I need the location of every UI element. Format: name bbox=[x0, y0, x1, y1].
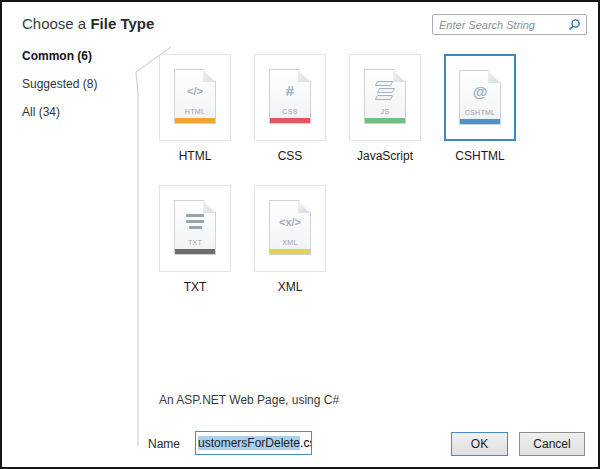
sidebar-item-common[interactable]: Common (6) bbox=[22, 49, 132, 63]
page-fold-corner-icon bbox=[203, 201, 215, 213]
file-color-stripe bbox=[270, 118, 310, 123]
ok-button[interactable]: OK bbox=[451, 432, 508, 456]
file-type-description: An ASP.NET Web Page, using C# bbox=[159, 393, 339, 407]
page-title-emphasis: File Type bbox=[90, 15, 154, 32]
sidebar-item-suggested[interactable]: Suggested (8) bbox=[22, 77, 132, 91]
file-glyph-icon: </> bbox=[175, 70, 215, 108]
file-icon-text: XML bbox=[270, 239, 310, 246]
file-type-label: JavaScript bbox=[357, 149, 413, 163]
file-glyph-icon: <x/> bbox=[270, 201, 310, 239]
file-type-tile-xml[interactable]: <x/> XML bbox=[254, 185, 326, 272]
name-extension-text: .cshtml bbox=[300, 436, 312, 450]
file-type-cell: TXT TXT bbox=[159, 185, 231, 294]
cancel-button[interactable]: Cancel bbox=[519, 432, 585, 456]
file-type-label: XML bbox=[278, 280, 303, 294]
page-title: Choose a File Type bbox=[22, 15, 154, 32]
file-type-label: TXT bbox=[184, 280, 207, 294]
file-icon-text: CSS bbox=[270, 108, 310, 115]
sidebar-item-all[interactable]: All (34) bbox=[22, 105, 132, 119]
file-type-grid: </> HTML HTML # CSS CSS JS J bbox=[159, 54, 543, 294]
name-selected-text: ustomersForDelete bbox=[198, 436, 300, 450]
file-page-icon: JS bbox=[364, 69, 406, 124]
file-type-cell: # CSS CSS bbox=[254, 54, 326, 163]
file-type-tile-cshtml[interactable]: @ CSHTML bbox=[444, 54, 516, 141]
file-type-label: HTML bbox=[179, 149, 212, 163]
file-color-stripe bbox=[270, 249, 310, 254]
file-color-stripe bbox=[175, 249, 215, 254]
file-type-tile-txt[interactable]: TXT bbox=[159, 185, 231, 272]
file-type-cell: <x/> XML XML bbox=[254, 185, 326, 294]
file-type-tile-javascript[interactable]: JS bbox=[349, 54, 421, 141]
file-color-stripe bbox=[175, 118, 215, 123]
file-page-icon: TXT bbox=[174, 200, 216, 255]
search-input[interactable] bbox=[433, 19, 568, 31]
name-field-label: Name bbox=[148, 437, 180, 451]
file-color-stripe bbox=[365, 118, 405, 123]
file-icon-text: CSHTML bbox=[460, 109, 500, 116]
search-icon[interactable] bbox=[568, 18, 581, 31]
file-type-label: CSS bbox=[278, 149, 303, 163]
file-glyph-icon: # bbox=[270, 70, 310, 108]
file-page-icon: @ CSHTML bbox=[459, 70, 501, 125]
choose-file-type-dialog: Choose a File Type Common (6) Suggested … bbox=[0, 0, 600, 469]
page-fold-corner-icon bbox=[203, 70, 215, 82]
file-icon-text: JS bbox=[365, 108, 405, 115]
file-glyph-icon: @ bbox=[460, 71, 500, 109]
file-type-tile-css[interactable]: # CSS bbox=[254, 54, 326, 141]
page-title-prefix: Choose a bbox=[22, 15, 86, 32]
file-icon-text: TXT bbox=[175, 239, 215, 246]
file-icon-text: HTML bbox=[175, 108, 215, 115]
file-type-label: CSHTML bbox=[455, 149, 504, 163]
file-type-cell: JS JavaScript bbox=[349, 54, 421, 163]
file-glyph-icon bbox=[175, 201, 215, 239]
search-box[interactable] bbox=[432, 14, 587, 35]
file-page-icon: # CSS bbox=[269, 69, 311, 124]
file-glyph-icon bbox=[365, 70, 405, 108]
name-input[interactable]: ustomersForDelete.cshtml bbox=[195, 431, 312, 455]
file-type-cell: </> HTML HTML bbox=[159, 54, 231, 163]
file-page-icon: </> HTML bbox=[174, 69, 216, 124]
file-type-tile-html[interactable]: </> HTML bbox=[159, 54, 231, 141]
category-sidebar: Common (6) Suggested (8) All (34) bbox=[22, 49, 132, 133]
file-page-icon: <x/> XML bbox=[269, 200, 311, 255]
file-type-cell: @ CSHTML CSHTML bbox=[444, 54, 516, 163]
file-color-stripe bbox=[460, 119, 500, 124]
